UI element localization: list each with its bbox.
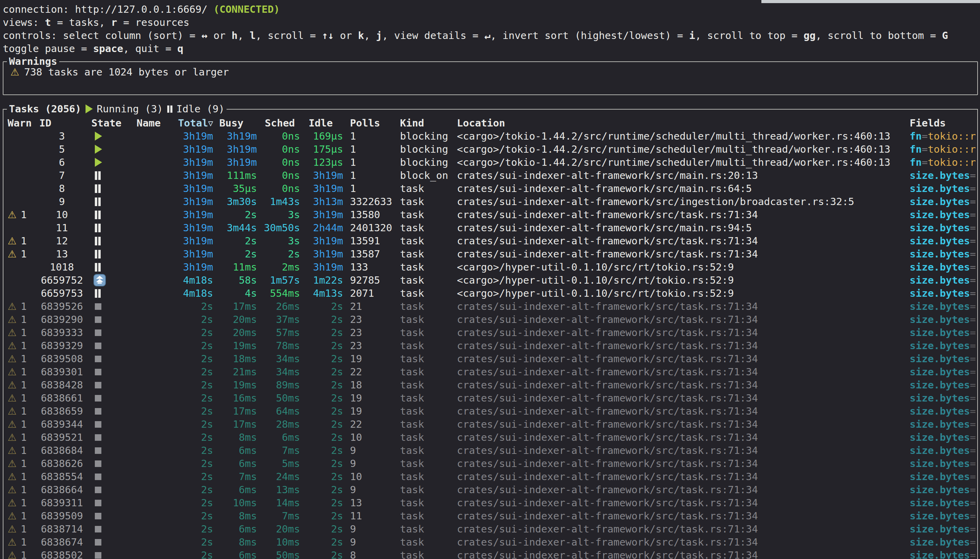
controls-segment: , — [364, 30, 376, 41]
cell-state — [84, 274, 133, 286]
cell-idle: 2s — [300, 523, 343, 536]
cell-kind: task — [394, 470, 454, 483]
column-header-id[interactable]: ID — [39, 116, 84, 130]
task-row[interactable]: ⚠168393112s10ms14ms2s13taskcrates/sui-in… — [3, 496, 977, 509]
task-row[interactable]: 113h19m3m44s30m50s2h44m2401320taskcrates… — [3, 221, 977, 234]
task-row[interactable]: ⚠168386262s6ms5ms2s9taskcrates/sui-index… — [3, 457, 977, 470]
task-row[interactable]: 73h19m111ms0ns3h19m1block_oncrates/sui-i… — [3, 169, 977, 182]
cell-warn: ⚠1 — [3, 234, 39, 248]
cell-sched: 554ms — [257, 287, 300, 300]
cell-location: <cargo>/hyper-util-0.1.10/src/rt/tokio.r… — [454, 261, 906, 274]
cell-idle: 3h19m — [300, 261, 343, 274]
cell-total: 2s — [171, 300, 213, 313]
task-row[interactable]: ⚠168385022s6ms50ms2s8taskcrates/sui-inde… — [3, 549, 977, 559]
cell-fields: size.bytes= — [906, 509, 977, 523]
task-row[interactable]: ⚠168395092s8ms7ms2s11taskcrates/sui-inde… — [3, 509, 977, 523]
task-row[interactable]: ⚠168386612s16ms50ms2s19taskcrates/sui-in… — [3, 392, 977, 405]
task-row[interactable]: 10183h19m11ms2ms3h19m133task<cargo>/hype… — [3, 261, 977, 274]
cell-sched: 37ms — [257, 313, 300, 326]
cell-sched: 26ms — [257, 300, 300, 313]
column-header-warn[interactable]: Warn — [3, 116, 39, 130]
cell-location: crates/sui-indexer-alt-framework/src/tas… — [454, 536, 906, 549]
field-key: fn — [910, 157, 922, 168]
task-row[interactable]: ⚠168386742s8ms10ms2s9taskcrates/sui-inde… — [3, 536, 977, 549]
cell-warn: ⚠1 — [3, 392, 39, 405]
task-row[interactable]: 93h19m3m30s1m43s3h13m3322633taskcrates/s… — [3, 195, 977, 208]
task-row[interactable]: ⚠168386592s17ms64ms2s19taskcrates/sui-in… — [3, 405, 977, 418]
column-header-kind[interactable]: Kind — [394, 116, 454, 130]
task-row[interactable]: ⚠168384282s19ms89ms2s18taskcrates/sui-in… — [3, 379, 977, 392]
task-row[interactable]: ⚠168395082s18ms34ms2s19taskcrates/sui-in… — [3, 352, 977, 366]
task-row[interactable]: ⚠168393332s20ms57ms2s23taskcrates/sui-in… — [3, 326, 977, 339]
stop-icon — [95, 408, 101, 415]
cell-idle: 2h44m — [300, 221, 343, 234]
cell-kind: task — [394, 287, 454, 300]
cell-location: crates/sui-indexer-alt-framework/src/mai… — [454, 221, 906, 234]
warning-triangle-icon: ⚠ — [8, 366, 17, 379]
cell-busy: 6ms — [213, 549, 257, 559]
cell-task-id: 6839526 — [39, 300, 84, 313]
column-header-busy[interactable]: Busy — [213, 116, 257, 130]
cell-kind: task — [394, 248, 454, 261]
column-header-location[interactable]: Location — [454, 116, 906, 130]
toggle-segment: space — [93, 43, 123, 55]
task-row[interactable]: ⚠1103h19m2s3s3h19m13580taskcrates/sui-in… — [3, 208, 977, 221]
column-header-sched[interactable]: Sched — [257, 116, 300, 130]
column-header-idle[interactable]: Idle — [300, 116, 343, 130]
cell-state — [84, 263, 133, 271]
task-row[interactable]: ⚠168386642s6ms13ms2s9taskcrates/sui-inde… — [3, 483, 977, 496]
task-row[interactable]: ⚠168395212s8ms6ms2s10taskcrates/sui-inde… — [3, 431, 977, 444]
field-separator: = — [970, 222, 976, 234]
cell-location: crates/sui-indexer-alt-framework/src/tas… — [454, 234, 906, 248]
cell-idle: 2s — [300, 300, 343, 313]
column-header-polls[interactable]: Polls — [343, 116, 394, 130]
column-header-total[interactable]: Total▿ — [171, 116, 213, 130]
task-row[interactable]: 83h19m35µs0ns3h19m1taskcrates/sui-indexe… — [3, 182, 977, 195]
task-row[interactable]: 66597524m18s58s1m57s1m22s92785task<cargo… — [3, 274, 977, 287]
cell-state — [84, 500, 133, 506]
task-row[interactable]: ⚠1133h19m2s2s3h19m13587taskcrates/sui-in… — [3, 248, 977, 261]
cell-state — [84, 382, 133, 389]
toggle-segment: , quit = — [123, 43, 177, 55]
task-row[interactable]: ⚠1123h19m2s3s3h19m13591taskcrates/sui-in… — [3, 234, 977, 248]
task-row[interactable]: ⚠168387142s6ms20ms2s9taskcrates/sui-inde… — [3, 523, 977, 536]
column-header-fields[interactable]: Fields — [906, 116, 977, 130]
task-row[interactable]: 53h19m3h19m0ns175µs1blocking<cargo>/toki… — [3, 143, 977, 156]
cell-total: 2s — [171, 496, 213, 509]
field-separator: = — [970, 340, 976, 352]
task-row[interactable]: ⚠168392902s20ms37ms2s23taskcrates/sui-in… — [3, 313, 977, 326]
cell-idle: 2s — [300, 470, 343, 483]
cell-fields: size.bytes= — [906, 169, 977, 182]
task-row[interactable]: ⚠168385542s7ms24ms2s10taskcrates/sui-ind… — [3, 470, 977, 483]
cell-sched: 30m50s — [257, 221, 300, 234]
task-row[interactable]: 33h19m3h19m0ns169µs1blocking<cargo>/toki… — [3, 130, 977, 143]
task-row[interactable]: 63h19m3h19m0ns123µs1blocking<cargo>/toki… — [3, 156, 977, 169]
warn-count: 1 — [21, 483, 26, 496]
warn-count: 1 — [21, 300, 26, 313]
task-row[interactable]: 66597534m18s4s554ms4m13s2071task<cargo>/… — [3, 287, 977, 300]
cell-busy: 2s — [213, 248, 257, 261]
cell-polls: 22 — [343, 366, 394, 379]
cell-task-id: 6838661 — [39, 392, 84, 405]
task-row[interactable]: ⚠168393012s21ms34ms2s22taskcrates/sui-in… — [3, 366, 977, 379]
cell-location: crates/sui-indexer-alt-framework/src/tas… — [454, 444, 906, 457]
cell-fields: fn=tokio::r — [906, 143, 977, 156]
field-key: size.bytes — [910, 366, 970, 378]
warn-count: 1 — [21, 444, 26, 457]
cell-sched: 34ms — [257, 352, 300, 366]
cell-total: 2s — [171, 444, 213, 457]
cell-task-id: 6838626 — [39, 457, 84, 470]
cell-busy: 3m44s — [213, 221, 257, 234]
cell-location: crates/sui-indexer-alt-framework/src/tas… — [454, 457, 906, 470]
task-row[interactable]: ⚠168395262s17ms26ms2s21taskcrates/sui-in… — [3, 300, 977, 313]
cell-sched: 34ms — [257, 366, 300, 379]
column-header-name[interactable]: Name — [133, 116, 171, 130]
column-header-state[interactable]: State — [84, 116, 133, 130]
cell-total: 4m18s — [171, 287, 213, 300]
task-row[interactable]: ⚠168386842s6ms7ms2s9taskcrates/sui-index… — [3, 444, 977, 457]
task-row[interactable]: ⚠168393442s17ms28ms2s22taskcrates/sui-in… — [3, 418, 977, 431]
controls-segment: , scroll = — [255, 30, 322, 41]
stop-icon — [95, 356, 101, 362]
task-row[interactable]: ⚠168393292s19ms78ms2s23taskcrates/sui-in… — [3, 339, 977, 352]
stop-icon — [95, 526, 101, 533]
